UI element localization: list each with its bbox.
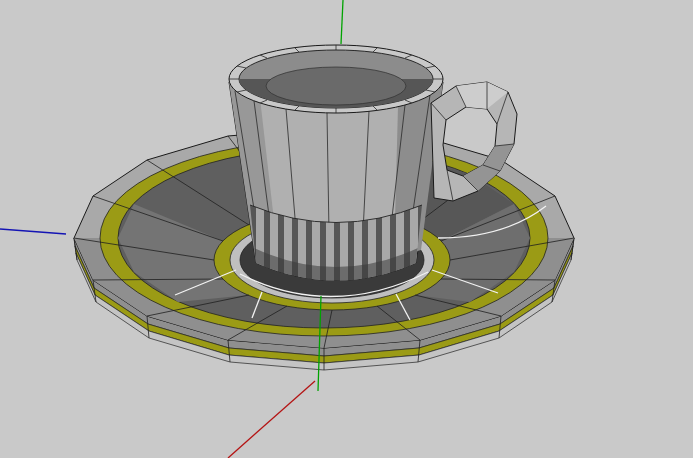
cup-inner-bottom (266, 67, 406, 105)
viewport-3d[interactable] (0, 0, 693, 458)
scene-canvas[interactable] (0, 0, 693, 458)
